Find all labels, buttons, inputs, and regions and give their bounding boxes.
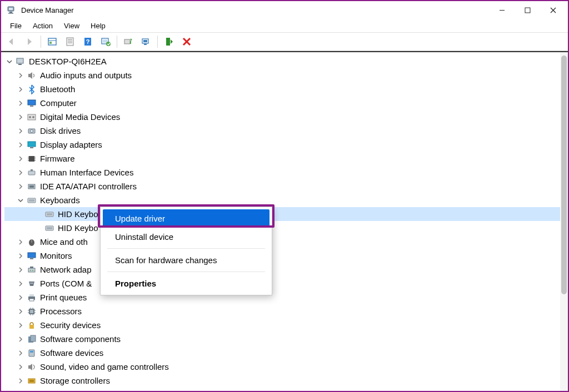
properties-button[interactable] [62, 34, 78, 49]
tree-label: Bluetooth [40, 83, 75, 96]
tree-item-sound[interactable]: Sound, video and game controllers [4, 360, 568, 374]
menu-file[interactable]: File [4, 20, 27, 32]
svg-point-66 [32, 270, 33, 271]
svg-rect-74 [30, 310, 33, 313]
window-controls [489, 1, 566, 19]
chevron-right-icon[interactable] [17, 183, 24, 190]
chevron-right-icon[interactable] [17, 155, 24, 163]
chevron-right-icon[interactable] [17, 252, 24, 260]
close-button[interactable] [540, 1, 566, 19]
chevron-down-icon[interactable] [6, 58, 13, 66]
chevron-right-icon[interactable] [17, 335, 24, 343]
ctx-update-driver[interactable]: Update driver [103, 209, 269, 228]
tree-label: Computer [40, 97, 77, 110]
chevron-right-icon[interactable] [17, 349, 24, 357]
tree-item-storage[interactable]: Storage controllers [4, 374, 568, 388]
back-button[interactable] [3, 34, 20, 49]
tree-label: Disk drives [40, 124, 81, 138]
tree-item-ide[interactable]: IDE ATA/ATAPI controllers [4, 179, 568, 193]
device-tree[interactable]: DESKTOP-QI6H2EA Audio inputs and outputs… [1, 52, 568, 391]
tree-item-disk[interactable]: Disk drives [4, 124, 568, 138]
chevron-right-icon[interactable] [17, 280, 24, 288]
tree-label: HID Keybo [58, 208, 98, 221]
menu-view[interactable]: View [58, 20, 85, 32]
storage-icon [27, 376, 37, 386]
svg-rect-63 [28, 268, 35, 272]
tree-item-hid-keyboard-1[interactable]: HID Keybo [4, 207, 568, 221]
tree-item-ports[interactable]: Ports (COM & [4, 277, 568, 290]
tree-item-software-devices[interactable]: Software devices [4, 346, 568, 360]
vertical-scrollbar[interactable] [560, 52, 568, 391]
tree-item-mice[interactable]: Mice and oth [4, 235, 568, 249]
show-hidden-button[interactable] [44, 34, 61, 49]
disable-device-button[interactable] [178, 34, 195, 49]
tree-item-display[interactable]: Display adapters [4, 138, 568, 152]
chevron-right-icon[interactable] [17, 308, 24, 315]
cpu-icon [27, 306, 37, 316]
chevron-right-icon[interactable] [17, 238, 24, 246]
help-button[interactable]: ? [79, 34, 96, 49]
chevron-right-icon[interactable] [17, 141, 24, 149]
svg-point-34 [32, 116, 34, 118]
tree-item-bluetooth[interactable]: Bluetooth [4, 82, 568, 96]
tree-item-keyboards[interactable]: Keyboards [4, 193, 568, 207]
ctx-properties[interactable]: Properties [103, 274, 269, 293]
scan-hardware-button[interactable] [97, 34, 114, 49]
tree-item-digital-media[interactable]: Digital Media Devices [4, 110, 568, 124]
maximize-button[interactable] [515, 1, 540, 19]
system-icon [27, 390, 37, 391]
chevron-right-icon[interactable] [17, 321, 24, 329]
mouse-icon [27, 237, 37, 247]
chevron-right-icon[interactable] [17, 127, 24, 135]
tree-item-network[interactable]: Network adap [4, 263, 568, 277]
chevron-right-icon[interactable] [17, 169, 24, 177]
tree-item-security[interactable]: Security devices [4, 318, 568, 332]
tree-label: IDE ATA/ATAPI controllers [40, 180, 137, 193]
tree-item-software-components[interactable]: Software components [4, 332, 568, 346]
svg-rect-11 [67, 38, 73, 46]
chevron-right-icon[interactable] [17, 294, 24, 301]
tree-item-hid[interactable]: Human Interface Devices [4, 165, 568, 179]
chevron-right-icon[interactable] [17, 391, 24, 391]
tree-item-computer[interactable]: Computer [4, 96, 568, 110]
update-driver-button[interactable] [120, 34, 137, 49]
network-icon [27, 265, 37, 275]
chevron-down-icon[interactable] [17, 197, 24, 204]
menu-action[interactable]: Action [27, 20, 58, 32]
tree-root[interactable]: DESKTOP-QI6H2EA [4, 54, 568, 68]
uninstall-button[interactable] [138, 34, 154, 49]
disk-icon [27, 126, 37, 136]
tree-item-print-queues[interactable]: Print queues [4, 290, 568, 304]
chevron-right-icon[interactable] [17, 99, 24, 107]
chevron-right-icon[interactable] [17, 377, 24, 385]
tree-item-hid-keyboard-2[interactable]: HID Keybo [4, 221, 568, 235]
chevron-right-icon[interactable] [17, 363, 24, 371]
tree-item-firmware[interactable]: Firmware [4, 152, 568, 165]
chevron-right-icon[interactable] [17, 113, 24, 121]
tree-label: Monitors [40, 249, 72, 263]
titlebar: Device Manager [1, 1, 568, 19]
minimize-button[interactable] [489, 1, 515, 19]
scrollbar-thumb[interactable] [561, 56, 567, 294]
toolbar-separator [41, 36, 41, 48]
tree-item-audio[interactable]: Audio inputs and outputs [4, 68, 568, 82]
tree-label: Processors [40, 305, 82, 318]
software-icon [27, 348, 37, 358]
svg-rect-21 [130, 41, 131, 44]
tree-item-monitors[interactable]: Monitors [4, 249, 568, 263]
svg-point-65 [30, 270, 31, 271]
chevron-right-icon[interactable] [17, 86, 24, 93]
tree-item-system-devices[interactable]: System devices [4, 388, 568, 391]
chevron-right-icon[interactable] [17, 266, 24, 274]
ide-icon [27, 182, 37, 192]
chevron-right-icon[interactable] [17, 72, 24, 79]
tree-item-processors[interactable]: Processors [4, 304, 568, 318]
enable-device-button[interactable] [161, 34, 177, 49]
tree-label: Keyboards [40, 194, 80, 207]
tree-label: Software components [40, 333, 121, 346]
menu-help[interactable]: Help [85, 20, 111, 32]
forward-button[interactable] [21, 34, 38, 49]
ctx-scan-hardware[interactable]: Scan for hardware changes [103, 251, 269, 269]
tree-label: Audio inputs and outputs [40, 69, 132, 82]
ctx-uninstall-device[interactable]: Uninstall device [103, 228, 269, 246]
